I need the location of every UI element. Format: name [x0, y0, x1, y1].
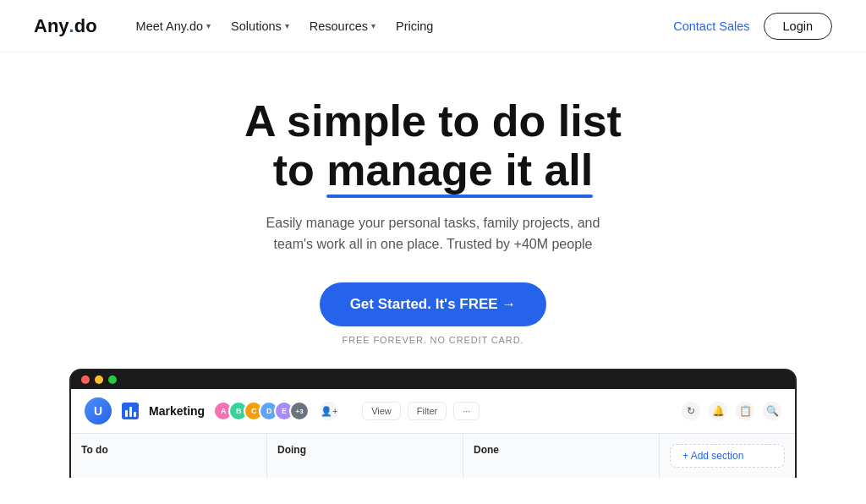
logo[interactable]: Any.do: [34, 15, 97, 37]
board-name: Marketing: [149, 404, 205, 418]
chevron-down-icon: ▾: [285, 21, 289, 30]
app-preview: U Marketing A B C D E +3 👤+: [69, 369, 797, 478]
add-section-button[interactable]: + Add section: [670, 444, 785, 468]
login-button[interactable]: Login: [764, 13, 832, 40]
clipboard-icon[interactable]: 📋: [736, 402, 754, 420]
nav-solutions-label: Solutions: [231, 19, 282, 33]
window-maximize-dot: [108, 375, 117, 384]
bell-icon[interactable]: 🔔: [709, 402, 727, 420]
nav-actions: Contact Sales Login: [673, 13, 832, 40]
bar2: [129, 407, 132, 417]
app-titlebar: [71, 370, 795, 389]
chevron-down-icon: ▾: [371, 21, 375, 30]
window-minimize-dot: [95, 375, 103, 384]
hero-title-line2-plain: to: [273, 145, 327, 194]
nav-resources[interactable]: Resources ▾: [301, 14, 384, 38]
refresh-icon[interactable]: ↻: [682, 402, 700, 420]
app-user-avatar: U: [85, 397, 112, 425]
board-icon: [122, 403, 139, 419]
contact-sales-link[interactable]: Contact Sales: [673, 19, 749, 33]
add-member-icon[interactable]: 👤+: [320, 402, 338, 420]
bar3: [134, 412, 136, 417]
bar1: [125, 410, 128, 417]
todo-column: To do: [71, 434, 267, 478]
nav-pricing[interactable]: Pricing: [387, 14, 441, 38]
app-header: U Marketing A B C D E +3 👤+: [71, 389, 795, 434]
more-button[interactable]: ···: [453, 402, 480, 420]
nav-pricing-label: Pricing: [396, 19, 433, 33]
window-close-dot: [81, 375, 90, 384]
cta-subtext: FREE FOREVER. NO CREDIT CARD.: [343, 335, 524, 345]
member-avatars: A B C D E +3: [218, 401, 310, 421]
board-area: To do Doing Done + Add section: [71, 434, 795, 478]
search-icon[interactable]: 🔍: [763, 402, 781, 420]
app-inner: U Marketing A B C D E +3 👤+: [71, 389, 795, 478]
logo-text-part1: Any: [34, 15, 69, 37]
done-column-title: Done: [474, 444, 649, 456]
nav-meet-anydo-label: Meet Any.do: [136, 19, 204, 33]
hero-section: A simple to do list to manage it all Eas…: [0, 52, 866, 478]
nav-resources-label: Resources: [310, 19, 368, 33]
filter-button[interactable]: Filter: [408, 402, 447, 420]
done-column: Done: [463, 434, 660, 478]
logo-text-part2: do: [74, 15, 97, 37]
view-button[interactable]: View: [362, 402, 401, 420]
chevron-down-icon: ▾: [206, 21, 211, 30]
hero-title: A simple to do list to manage it all: [244, 96, 622, 194]
doing-column-title: Doing: [277, 444, 452, 456]
member-count: +3: [289, 401, 310, 421]
navbar: Any.do Meet Any.do ▾ Solutions ▾ Resourc…: [0, 0, 866, 52]
nav-solutions[interactable]: Solutions ▾: [222, 14, 298, 38]
doing-column: Doing: [267, 434, 463, 478]
cta-button[interactable]: Get Started. It's FREE →: [320, 282, 547, 326]
add-section-column: + Add section: [660, 434, 795, 478]
hero-title-line2-underline: manage it all: [326, 145, 593, 194]
hero-title-line1: A simple to do list: [244, 96, 622, 145]
view-toolbar: View Filter ···: [348, 402, 493, 420]
todo-column-title: To do: [81, 444, 256, 456]
nav-meet-anydo[interactable]: Meet Any.do ▾: [128, 14, 220, 38]
hero-subtitle: Easily manage your personal tasks, famil…: [251, 213, 615, 255]
header-actions: ↻ 🔔 📋 🔍: [682, 402, 781, 420]
nav-links: Meet Any.do ▾ Solutions ▾ Resources ▾ Pr…: [128, 14, 674, 38]
